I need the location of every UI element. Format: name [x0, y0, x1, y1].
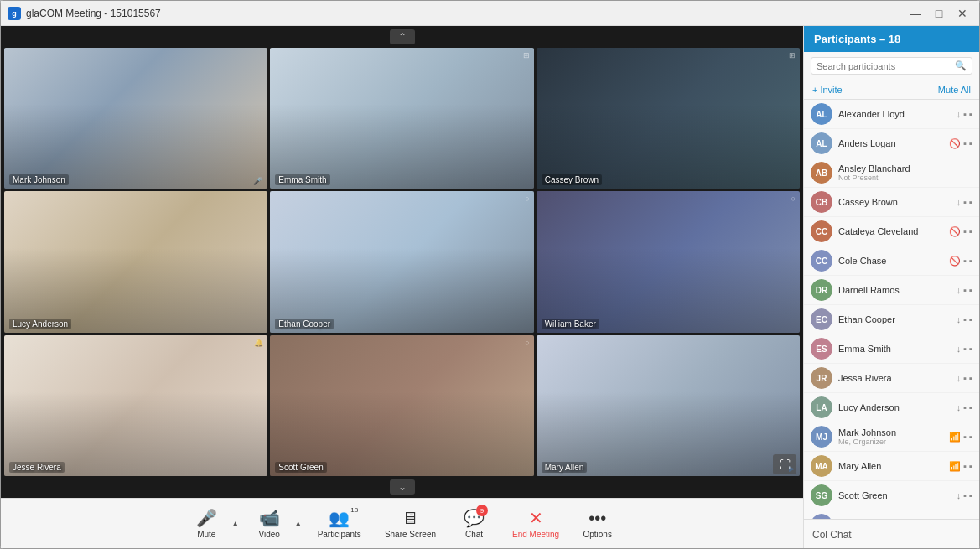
participant-name: Scott Green — [838, 490, 957, 500]
toolbar: 🎤 Mute ▲ 📹 Video ▲ 👥 — [1, 498, 803, 548]
mic-icon: ↓ — [957, 402, 962, 412]
participant-icons: 🚫▪▪ — [949, 226, 972, 237]
participant-icons: 🚫▪▪ — [949, 256, 972, 267]
video-cam-icon: ▪ — [963, 109, 967, 119]
chat-badge: 9 — [476, 505, 488, 516]
avatar-circle: EC — [811, 308, 832, 330]
video-icon: 📹 — [259, 508, 280, 528]
participant-item: CC Cole Chase 🚫▪▪ — [804, 246, 979, 276]
participant-avatar: AB — [811, 162, 832, 184]
chat-label: Chat — [465, 530, 483, 539]
participant-info: Mary Allen — [838, 461, 949, 471]
share-screen-button[interactable]: 🖥 Share Screen — [376, 505, 444, 542]
close-button[interactable]: ✕ — [952, 6, 972, 21]
video-cam-icon: ▪ — [963, 256, 967, 266]
video-cam-icon: ▪ — [963, 344, 967, 354]
minimize-button[interactable]: — — [905, 6, 926, 21]
video-cell-8: Scott Green ○ — [270, 335, 533, 476]
participant-name: Lucy Anderson — [838, 402, 957, 412]
video-cam-icon: ▪ — [963, 402, 967, 412]
mute-chevron[interactable]: ▲ — [231, 519, 240, 528]
participant-avatar: MJ — [811, 426, 832, 448]
video-cam-icon: ▪ — [963, 138, 967, 148]
participant-avatar: CB — [811, 191, 832, 213]
video-button[interactable]: 📹 Video — [246, 505, 293, 542]
scroll-up-button[interactable]: ⌃ — [390, 29, 415, 44]
mute-button[interactable]: 🎤 Mute — [184, 505, 230, 542]
participant-icons: ↓▪▪ — [957, 344, 972, 354]
participant-name: Alexander Lloyd — [838, 109, 957, 119]
main-content: ⌃ Mark Johnson 🎤 — [1, 26, 979, 548]
participant-avatar: EC — [811, 308, 832, 330]
participant-icons: ↓▪▪ — [957, 373, 972, 383]
video-icons-1: 🎤 — [253, 177, 262, 185]
avatar-circle: CB — [811, 191, 832, 213]
participant-info: Scott Green — [838, 490, 957, 500]
participants-label: Participants — [318, 530, 361, 539]
participant-info: Lucy Anderson — [838, 402, 957, 412]
avatar-circle: WB — [811, 514, 832, 519]
participant-avatar: MA — [811, 455, 832, 477]
more-icon: ▪ — [969, 197, 972, 207]
video-name-2: Emma Smith — [275, 174, 329, 185]
more-icon: ▪ — [969, 314, 972, 324]
search-input[interactable] — [817, 61, 955, 71]
video-cam-icon: ▪ — [963, 461, 967, 471]
chat-icon: 💬 9 — [464, 508, 485, 528]
video-cam-icon: ▪ — [963, 197, 967, 207]
options-button[interactable]: ••• Options — [574, 505, 620, 542]
search-wrapper: 🔍 — [811, 57, 972, 75]
corner-icon-2: ⊞ — [523, 51, 530, 60]
video-cell-2: Emma Smith ⊞ — [270, 48, 533, 189]
participant-info: Mark Johnson Me, Organizer — [838, 427, 949, 446]
maximize-button[interactable]: □ — [929, 6, 949, 21]
participant-item: ES Emma Smith ↓▪▪ — [804, 334, 979, 364]
avatar-circle: JR — [811, 367, 832, 389]
end-meeting-button[interactable]: ✕ End Meeting — [504, 505, 568, 542]
video-cell-7: Jesse Rivera 🔔 — [4, 335, 267, 476]
fullscreen-button[interactable]: ⛶ — [773, 454, 796, 474]
mic-icon: ↓ — [957, 344, 962, 354]
participant-icons: ↓▪▪ — [957, 314, 972, 324]
participant-info: Anders Logan — [838, 138, 949, 148]
video-name-6: William Baker — [542, 319, 599, 329]
video-cam-icon: ▪ — [963, 226, 967, 236]
participant-avatar: CC — [811, 250, 832, 272]
video-cam-icon: ▪ — [963, 373, 967, 383]
participant-info: Alexander Lloyd — [838, 109, 957, 119]
participant-item: DR Darnell Ramos ↓▪▪ — [804, 276, 979, 305]
video-area: ⌃ Mark Johnson 🎤 — [1, 26, 803, 548]
chat-button[interactable]: 💬 9 Chat — [451, 505, 497, 542]
avatar-circle: ES — [811, 338, 832, 360]
participants-count: 18 — [350, 506, 358, 514]
avatar-circle: AL — [811, 132, 832, 154]
invite-button[interactable]: + Invite — [812, 85, 843, 95]
participant-status: Me, Organizer — [838, 438, 949, 446]
participants-button[interactable]: 👥 18 Participants — [309, 505, 370, 542]
participant-item: AB Ansley Blanchard Not Present — [804, 158, 979, 188]
corner-icon-3: ⊞ — [789, 51, 796, 60]
more-icon: ▪ — [969, 226, 972, 236]
panel-title: Participants – 18 — [814, 33, 900, 45]
participant-name: Cole Chase — [838, 256, 949, 266]
participant-item: MA Mary Allen 📶▪▪ — [804, 452, 979, 481]
mute-all-button[interactable]: Mute All — [938, 85, 971, 95]
participant-item: AL Alexander Lloyd ↓▪▪ — [804, 100, 979, 129]
video-name-4: Lucy Anderson — [9, 319, 71, 329]
scroll-down-button[interactable]: ⌄ — [390, 479, 415, 495]
participants-icon: 👥 18 — [329, 508, 350, 528]
search-icon: 🔍 — [955, 60, 967, 71]
panel-header: Participants – 18 — [804, 26, 979, 52]
share-screen-icon: 🖥 — [402, 509, 418, 528]
more-icon: ▪ — [969, 109, 972, 119]
participant-info: Ethan Cooper — [838, 314, 957, 324]
invite-label: Invite — [820, 85, 842, 95]
avatar-circle: AL — [811, 103, 832, 125]
avatar-circle: CC — [811, 250, 832, 272]
video-cell-6: William Baker ○ — [537, 191, 800, 332]
video-chevron[interactable]: ▲ — [294, 519, 303, 528]
mic-muted-icon: 🚫 — [949, 138, 961, 149]
mute-label: Mute — [197, 530, 215, 539]
participant-avatar: WB — [811, 514, 832, 519]
end-meeting-icon: ✕ — [529, 508, 543, 528]
